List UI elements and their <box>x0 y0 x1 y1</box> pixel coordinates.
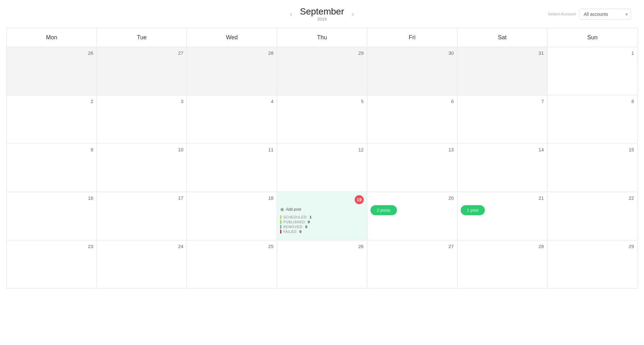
calendar-cell: 2 <box>7 95 97 144</box>
stat-label-published: PUBLISHED: <box>283 220 306 224</box>
today-badge: 19 <box>355 195 364 204</box>
day-number: 3 <box>100 99 184 104</box>
calendar-day-headers: MonTueWedThuFriSatSun <box>7 28 638 47</box>
calendar-cell: 211 post <box>457 192 548 240</box>
calendar-cell: 202 posts <box>367 192 457 240</box>
day-number: 13 <box>370 147 454 152</box>
posts-pill[interactable]: 1 post <box>461 205 485 215</box>
day-number: 24 <box>100 244 184 249</box>
calendar-cell: 25 <box>187 240 277 289</box>
day-number: 10 <box>100 147 184 152</box>
calendar-cell: 14 <box>457 144 548 192</box>
calendar-cell: 28 <box>187 47 277 95</box>
day-header-sat: Sat <box>457 28 548 47</box>
calendar-row: 9101112131415 <box>7 144 638 192</box>
account-selector: Select Account All accounts Account 1 Ac… <box>548 9 631 20</box>
day-number: 6 <box>370 99 454 104</box>
calendar-header: ‹ September 2019 › Select Account All ac… <box>0 0 644 28</box>
day-number: 30 <box>370 50 454 56</box>
calendar-cell: 4 <box>187 95 277 144</box>
stat-value-published: 0 <box>308 220 310 224</box>
stat-label-failed: FAILED: <box>283 230 297 234</box>
day-number: 26 <box>280 244 364 249</box>
calendar-cell: 8 <box>547 95 638 144</box>
stat-value-removed: 0 <box>305 225 307 229</box>
day-number: 5 <box>280 99 364 104</box>
day-number: 14 <box>461 147 544 152</box>
calendar-cell: 17 <box>97 192 187 240</box>
day-number: 11 <box>190 147 274 152</box>
calendar-cell: 22 <box>547 192 638 240</box>
month-navigation: ‹ September 2019 › <box>287 6 356 22</box>
calendar-cell: 26 <box>7 47 97 95</box>
calendar-cell: 10 <box>97 144 187 192</box>
day-number: 31 <box>461 50 544 56</box>
account-select[interactable]: All accounts Account 1 Account 2 <box>580 9 631 20</box>
month-title: September 2019 <box>300 6 344 22</box>
day-number: 26 <box>10 50 93 56</box>
calendar-row: 2345678 <box>7 95 638 144</box>
stat-bar-removed <box>280 225 281 229</box>
add-post-button[interactable]: ⊕ Add post <box>280 206 301 213</box>
day-number: 29 <box>551 244 634 249</box>
day-number: 4 <box>190 99 274 104</box>
month-name: September <box>300 6 344 17</box>
calendar-cell: 31 <box>457 47 548 95</box>
prev-month-button[interactable]: ‹ <box>287 9 295 19</box>
calendar-cell: 18 <box>187 192 277 240</box>
calendar-row: 23242526272829 <box>7 240 638 289</box>
calendar-cell: 6 <box>367 95 457 144</box>
day-number: 2 <box>10 99 93 104</box>
day-number: 7 <box>461 99 544 104</box>
next-month-button[interactable]: › <box>349 9 357 19</box>
calendar-cell: 13 <box>367 144 457 192</box>
calendar-cell: 1 <box>547 47 638 95</box>
day-number: 22 <box>551 195 634 201</box>
calendar-cell: 3 <box>97 95 187 144</box>
day-number: 20 <box>370 195 454 201</box>
calendar-body: 2627282930311234567891011121314151617181… <box>7 47 638 289</box>
calendar-row: 2627282930311 <box>7 47 638 95</box>
calendar-cell: 29 <box>277 47 367 95</box>
calendar-cell: 12 <box>277 144 367 192</box>
calendar-cell: 16 <box>7 192 97 240</box>
stat-label-removed: REMOVED: <box>283 225 303 229</box>
day-number: 8 <box>551 99 634 104</box>
calendar-cell: 30 <box>367 47 457 95</box>
calendar-cell: 29 <box>547 240 638 289</box>
posts-pill[interactable]: 2 posts <box>370 205 397 215</box>
day-number: 25 <box>190 244 274 249</box>
calendar-cell: 15 <box>547 144 638 192</box>
post-stats: SCHEDULED:1PUBLISHED:0REMOVED:0FAILED:0 <box>280 215 364 234</box>
calendar-cell: 11 <box>187 144 277 192</box>
calendar-cell: 27 <box>367 240 457 289</box>
account-select-wrapper: All accounts Account 1 Account 2 <box>580 9 631 20</box>
calendar-cell: 9 <box>7 144 97 192</box>
calendar-cell: 7 <box>457 95 548 144</box>
today-date: 19 <box>280 195 364 204</box>
day-number: 17 <box>100 195 184 201</box>
day-header-sun: Sun <box>547 28 638 47</box>
day-number: 15 <box>551 147 634 152</box>
day-number: 18 <box>190 195 274 201</box>
day-header-mon: Mon <box>7 28 97 47</box>
calendar-row: 16171819⊕ Add postSCHEDULED:1PUBLISHED:0… <box>7 192 638 240</box>
stat-row-failed: FAILED:0 <box>280 230 364 234</box>
day-number: 28 <box>190 50 274 56</box>
day-header-wed: Wed <box>187 28 277 47</box>
day-number: 23 <box>10 244 93 249</box>
day-header-thu: Thu <box>277 28 367 47</box>
calendar: MonTueWedThuFriSatSun 262728293031123456… <box>6 28 638 289</box>
year: 2019 <box>300 17 344 22</box>
day-number: 27 <box>100 50 184 56</box>
calendar-cell: 28 <box>457 240 548 289</box>
account-selector-label: Select Account <box>548 12 576 16</box>
day-number: 29 <box>280 50 364 56</box>
stat-value-failed: 0 <box>300 230 302 234</box>
calendar-cell: 27 <box>97 47 187 95</box>
calendar-cell: 23 <box>7 240 97 289</box>
day-header-tue: Tue <box>97 28 187 47</box>
day-number: 21 <box>461 195 544 201</box>
stat-label-scheduled: SCHEDULED: <box>283 215 308 219</box>
stat-row-published: PUBLISHED:0 <box>280 220 364 224</box>
